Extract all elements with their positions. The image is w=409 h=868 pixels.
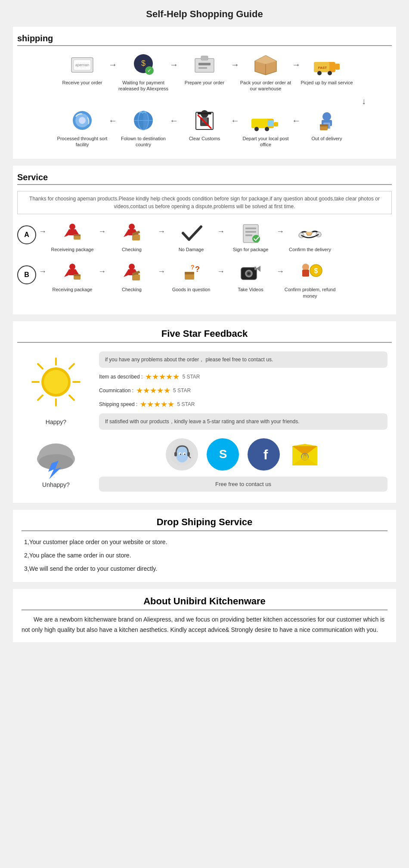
service-icon-b2 [118,261,146,285]
flow-item-mail: FAST Picjed up by mail service [299,52,355,86]
contact-icons: S f [99,438,387,471]
svg-text:apeman: apeman [75,63,90,67]
svg-text:✓: ✓ [147,68,152,74]
flow-label-destination: Folown to destination country [115,135,171,148]
arrow-a4: → [276,227,284,236]
shipping-row1: apeman Receive your order → $ ✓ Waiting … [17,52,392,92]
service-label-a5: Confirm the delivery [289,246,331,252]
payment-icon: $ ✓ [128,52,158,78]
flow-label-mail: Picjed up by mail service [301,80,353,86]
service-label-b1: Receiving package [53,286,93,292]
svg-line-88 [69,364,74,369]
speech-bubble-bottom: If satisfied with our products，kindly le… [99,413,387,430]
service-item-b5: $ Confirm problem, refund money [284,261,336,299]
customs-icon [189,108,220,134]
svg-point-60 [69,264,75,270]
contact-bubble: Free free to contact us [99,477,387,492]
rating-label-3: Shipping speed : [99,401,137,407]
arrow-a0: → [39,227,46,236]
svg-point-75 [248,273,250,274]
flow-item-prepare: Prepare your order [177,52,232,86]
arrow-b4: → [276,267,284,276]
flow-label-depart: Depart your local post office [238,135,294,148]
rating-row-1: Item as described : ★★★★★ 5 STAR [99,372,387,382]
service-items-a: Receiveing package → [46,221,392,252]
email-icon-item: @ [288,438,321,471]
svg-point-21 [322,112,331,121]
svg-rect-61 [68,269,76,275]
svg-text:?: ? [191,264,195,271]
drop-item-1: 1,Your customer place order on your webs… [24,536,387,549]
drop-item-2: 2,You place the same order in our store. [24,549,387,562]
arrow-b2: → [158,267,165,276]
svg-rect-26 [320,124,328,126]
star-label-2: 5 STAR [173,388,191,394]
fivestar-content: Happy? if you have any problems about th… [17,347,392,434]
service-label-a2: Checking [122,246,142,252]
svg-line-86 [38,364,43,369]
svg-rect-46 [68,229,76,235]
svg-rect-29 [268,120,274,126]
svg-text:f: f [263,447,268,462]
svg-point-19 [328,71,332,75]
svg-rect-32 [274,122,278,126]
service-icon-b4 [237,261,265,285]
flow-item-payment: $ ✓ Waiting for payment realeased by Ali… [115,52,171,92]
svg-rect-10 [201,56,208,60]
drop-item-3: 3,We will send the order to your custome… [24,562,387,576]
flow-label-pack: Pack your order order at our warehouse [238,80,294,92]
unhappy-label: Unhappy? [42,481,70,488]
svg-rect-63 [74,274,81,276]
service-label-a3: No Damage [179,246,204,252]
svg-point-30 [254,127,259,131]
service-item-b1: Receiving package [46,261,98,292]
flow-item-sort: Processed throught sort facility [54,108,110,148]
fivestar-title: Five Star Feedback [17,328,392,343]
drop-title: Drop Shiping Service [22,517,387,531]
service-item-a3: No Damage [165,221,217,252]
rating-label-1: Item as described : [99,374,143,380]
svg-rect-28 [251,119,268,128]
service-header: Service [17,172,392,185]
depart-icon [251,108,281,134]
happy-label: Happy? [46,419,66,425]
flow-label-outdelivery: Out of delivery [312,135,342,142]
fivestar-section: Five Star Feedback [13,321,396,503]
flow-label-payment: Waiting for payment realeased by Aliexpr… [115,80,171,92]
flow-item-pack: Pack your order order at our warehouse [238,52,294,92]
service-label-b5: Confirm problem, refund money [284,286,336,299]
drop-list: 1,Your customer place order on your webs… [22,536,387,575]
service-items-b: Receiving package → [46,261,392,299]
flow-item-destination: Folown to destination country [115,108,171,148]
service-label-b3: Goods in question [172,286,211,292]
sun-icon [30,356,82,416]
svg-point-44 [79,117,86,124]
service-item-a5: Confirm the delivery [284,221,336,252]
svg-point-31 [265,127,269,131]
svg-rect-54 [245,228,256,229]
service-icon-b3: ? ? [177,261,205,285]
flow-label-customs: Clear Customs [189,135,220,142]
flow-item-depart: Depart your local post office [238,108,294,148]
svg-rect-104 [174,452,177,456]
service-label-b2: Checking [122,286,142,292]
star-label-3: 5 STAR [177,401,195,407]
svg-text:FAST: FAST [318,66,327,70]
receive-icon: apeman [67,52,97,78]
svg-rect-69 [185,272,194,274]
speech-bubble-top: if you have any problems about the order… [99,351,387,368]
service-item-b2: Checking [106,261,158,292]
arrow-down: ↓ [17,96,392,106]
svg-point-91 [44,370,68,394]
svg-point-49 [129,224,135,230]
rating-label-2: Coumnication : [99,388,133,394]
svg-point-103 [184,453,185,455]
svg-rect-48 [74,234,81,236]
service-icon-a3 [177,221,205,245]
service-label-a1: Receiveing package [51,246,93,252]
arrow-a3: → [217,227,225,236]
arrow-b0: → [39,267,46,276]
about-title: About Unibird Kitchenware [22,596,387,610]
about-section: About Unibird Kitchenware We are a newbo… [13,589,396,642]
service-item-b4: Take Videos [225,261,276,292]
